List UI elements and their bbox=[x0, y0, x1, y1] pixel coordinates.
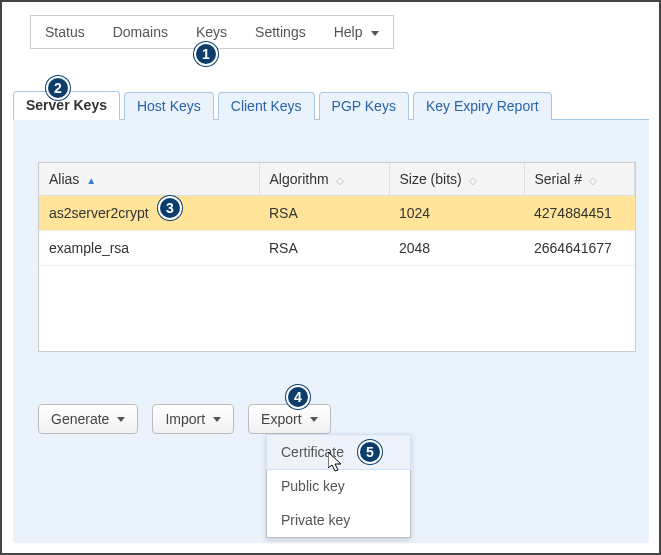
generate-button[interactable]: Generate bbox=[38, 404, 138, 434]
cell-size: 2048 bbox=[389, 231, 524, 266]
nav-help-label: Help bbox=[334, 24, 363, 40]
keys-table-container: Alias ▲ Algorithm ◇ Size (bits) ◇ Serial… bbox=[38, 162, 636, 352]
sort-idle-icon: ◇ bbox=[589, 175, 597, 186]
sort-asc-icon: ▲ bbox=[86, 175, 96, 186]
chevron-down-icon bbox=[213, 417, 221, 422]
export-button-label: Export bbox=[261, 411, 301, 427]
action-row: Generate Import Export bbox=[38, 404, 331, 434]
tab-host-keys[interactable]: Host Keys bbox=[124, 92, 214, 120]
annotation-badge-3: 3 bbox=[158, 196, 182, 220]
table-row[interactable]: example_rsa RSA 2048 2664641677 bbox=[39, 231, 635, 266]
sort-idle-icon: ◇ bbox=[469, 175, 477, 186]
export-certificate-item[interactable]: Certificate bbox=[266, 434, 411, 470]
col-header-serial-label: Serial # bbox=[535, 171, 582, 187]
import-button-label: Import bbox=[165, 411, 205, 427]
col-header-algorithm[interactable]: Algorithm ◇ bbox=[259, 163, 389, 196]
col-header-size[interactable]: Size (bits) ◇ bbox=[389, 163, 524, 196]
export-button[interactable]: Export bbox=[248, 404, 330, 434]
cell-alias: as2server2crypt bbox=[39, 196, 259, 231]
export-public-key-item[interactable]: Public key bbox=[267, 469, 410, 503]
tab-row: Server Keys Host Keys Client Keys PGP Ke… bbox=[13, 92, 649, 120]
cell-size: 1024 bbox=[389, 196, 524, 231]
app-frame: Status Domains Keys Settings Help Server… bbox=[0, 0, 661, 555]
table-row[interactable]: as2server2crypt RSA 1024 4274884451 bbox=[39, 196, 635, 231]
annotation-badge-5: 5 bbox=[358, 440, 382, 464]
nav-settings[interactable]: Settings bbox=[241, 16, 320, 48]
export-private-key-item[interactable]: Private key bbox=[267, 503, 410, 537]
import-button[interactable]: Import bbox=[152, 404, 234, 434]
col-header-serial[interactable]: Serial # ◇ bbox=[524, 163, 635, 196]
chevron-down-icon bbox=[117, 417, 125, 422]
cell-algorithm: RSA bbox=[259, 231, 389, 266]
nav-domains[interactable]: Domains bbox=[99, 16, 182, 48]
col-header-size-label: Size (bits) bbox=[400, 171, 462, 187]
annotation-badge-2: 2 bbox=[46, 76, 70, 100]
annotation-badge-1: 1 bbox=[194, 42, 218, 66]
export-dropdown: Certificate Public key Private key bbox=[266, 434, 411, 538]
cell-algorithm: RSA bbox=[259, 196, 389, 231]
tab-pgp-keys[interactable]: PGP Keys bbox=[319, 92, 409, 120]
generate-button-label: Generate bbox=[51, 411, 109, 427]
col-header-algorithm-label: Algorithm bbox=[270, 171, 329, 187]
tab-client-keys[interactable]: Client Keys bbox=[218, 92, 315, 120]
col-header-alias[interactable]: Alias ▲ bbox=[39, 163, 259, 196]
tab-key-expiry-report[interactable]: Key Expiry Report bbox=[413, 92, 552, 120]
chevron-down-icon bbox=[371, 31, 379, 36]
keys-table: Alias ▲ Algorithm ◇ Size (bits) ◇ Serial… bbox=[39, 163, 635, 266]
col-header-alias-label: Alias bbox=[49, 171, 79, 187]
nav-status[interactable]: Status bbox=[31, 16, 99, 48]
sort-idle-icon: ◇ bbox=[336, 175, 344, 186]
cell-alias: example_rsa bbox=[39, 231, 259, 266]
cell-serial: 2664641677 bbox=[524, 231, 635, 266]
chevron-down-icon bbox=[310, 417, 318, 422]
nav-help[interactable]: Help bbox=[320, 16, 394, 48]
cell-serial: 4274884451 bbox=[524, 196, 635, 231]
annotation-badge-4: 4 bbox=[286, 385, 310, 409]
